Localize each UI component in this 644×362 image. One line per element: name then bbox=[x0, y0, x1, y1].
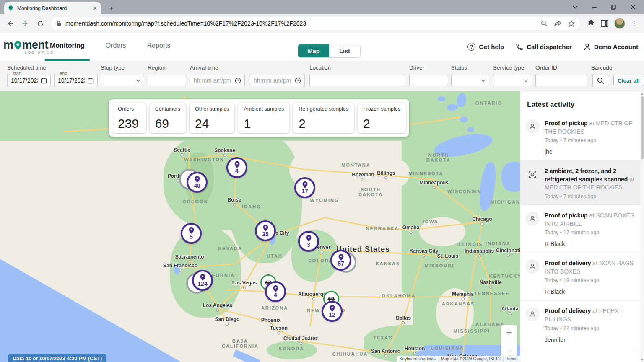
browser-tab[interactable]: Monitoring Dashboard ✕ bbox=[4, 2, 101, 14]
maximize-icon[interactable] bbox=[611, 5, 618, 10]
close-icon[interactable] bbox=[631, 5, 637, 10]
scrollbar-thumb[interactable] bbox=[641, 96, 644, 159]
location-input[interactable] bbox=[313, 77, 401, 84]
terms-link[interactable]: Terms bbox=[503, 356, 520, 362]
person-icon bbox=[529, 215, 536, 222]
arrival-start-field[interactable] bbox=[190, 74, 245, 87]
location-field[interactable] bbox=[309, 74, 405, 87]
cluster-marker[interactable]: 57 bbox=[330, 250, 351, 271]
zoom-out-button[interactable]: − bbox=[501, 341, 517, 357]
chevron-down-icon[interactable] bbox=[573, 5, 579, 9]
cluster-marker[interactable]: 4 bbox=[265, 281, 286, 302]
share-icon[interactable] bbox=[554, 21, 561, 27]
scheduled-start-field[interactable]: start bbox=[7, 74, 51, 87]
nav-item[interactable]: Monitoring bbox=[45, 38, 90, 61]
back-icon[interactable] bbox=[4, 18, 16, 29]
order-id-input[interactable] bbox=[539, 77, 584, 84]
logo-pin-icon bbox=[14, 41, 22, 50]
cluster-marker[interactable]: 5 bbox=[181, 223, 202, 244]
profile-avatar[interactable] bbox=[614, 18, 625, 29]
call-dispatcher-button[interactable]: Call dispatcher bbox=[516, 43, 572, 51]
stat-card[interactable]: Containers 69 bbox=[150, 103, 186, 133]
cluster-marker[interactable]: 4 bbox=[226, 157, 247, 178]
tab-close-icon[interactable]: ✕ bbox=[93, 5, 97, 11]
stat-card[interactable]: Other samples 24 bbox=[190, 103, 234, 133]
nav-item[interactable]: Reports bbox=[142, 38, 176, 61]
cluster-marker[interactable]: 124 bbox=[192, 270, 213, 291]
lock-icon bbox=[56, 21, 61, 26]
arrival-end-input[interactable] bbox=[254, 77, 292, 84]
activity-body: Proof of pickup at SCAN BOXES INTO AIRBI… bbox=[545, 212, 636, 247]
stop-type-select[interactable] bbox=[101, 74, 144, 87]
terrain-patch bbox=[229, 135, 302, 263]
arrival-end-field[interactable] bbox=[250, 74, 305, 87]
account-button[interactable]: Demo Account bbox=[584, 43, 638, 51]
region-input[interactable] bbox=[151, 77, 182, 84]
stat-card[interactable]: Ambient samples 1 bbox=[238, 103, 289, 133]
map-label: BAJA CALIFORNIA bbox=[222, 339, 259, 349]
cluster-disc: 4 bbox=[265, 281, 286, 302]
activity-text: Proof of pickup at MED CTR OF THE ROCKIE… bbox=[545, 119, 636, 136]
stat-card[interactable]: Orders 239 bbox=[112, 103, 146, 133]
activity-item[interactable]: Proof of delivery at FEDEX - BILLINGS To… bbox=[520, 301, 644, 349]
forward-icon[interactable] bbox=[19, 18, 31, 29]
cluster-marker[interactable]: 40 bbox=[187, 172, 208, 193]
clear-all-button[interactable]: Clear all bbox=[613, 75, 644, 86]
extensions-puzzle-icon[interactable] bbox=[587, 20, 595, 27]
activity-icon bbox=[525, 307, 540, 321]
driver-field[interactable] bbox=[409, 74, 447, 87]
activity-item[interactable]: Proof of pickup at SCAN BOXES INTO AIRBI… bbox=[520, 205, 644, 253]
stat-card[interactable]: Refrigerated samples 2 bbox=[293, 103, 354, 133]
pin-icon bbox=[273, 285, 278, 292]
scheduled-end-field[interactable]: end bbox=[54, 74, 98, 87]
region-field[interactable] bbox=[148, 74, 186, 87]
url-text[interactable]: momentdash.com/monitoring/map?f.schedule… bbox=[65, 20, 537, 27]
cluster-count: 35 bbox=[262, 231, 269, 237]
toggle-list-button[interactable]: List bbox=[329, 44, 360, 57]
arrival-start-input[interactable] bbox=[194, 77, 232, 84]
scheduled-end-input[interactable] bbox=[58, 77, 85, 84]
driver-input[interactable] bbox=[413, 77, 444, 84]
end-label: end bbox=[58, 71, 69, 76]
clock-icon[interactable] bbox=[235, 78, 241, 84]
bookmark-star-icon[interactable] bbox=[568, 20, 575, 27]
activity-item[interactable]: Proof of delivery at SCAN BAGS INTO BOXE… bbox=[520, 253, 644, 301]
data-freshness-badge: Data as of 10/17/2023 4:20 PM (CST) bbox=[8, 354, 106, 362]
new-tab-button[interactable]: + bbox=[106, 3, 117, 13]
stat-card[interactable]: Frozen samples 2 bbox=[358, 103, 406, 133]
scroll-up-icon[interactable]: ▲ bbox=[640, 92, 644, 95]
calendar-icon[interactable] bbox=[41, 78, 47, 84]
address-bar[interactable]: momentdash.com/monitoring/map?f.schedule… bbox=[51, 17, 580, 30]
toggle-map-button[interactable]: Map bbox=[298, 44, 329, 57]
minimize-icon[interactable] bbox=[592, 5, 599, 10]
clock-icon[interactable] bbox=[295, 78, 301, 84]
service-type-select[interactable] bbox=[493, 74, 532, 87]
reload-icon[interactable] bbox=[34, 18, 46, 29]
order-id-field[interactable] bbox=[535, 74, 587, 87]
scroll-down-icon[interactable]: ▼ bbox=[640, 358, 644, 361]
get-help-button[interactable]: ? Get help bbox=[467, 43, 504, 51]
activity-item[interactable]: 2 ambient, 2 frozen, and 2 refrigerated … bbox=[520, 161, 644, 205]
scheduled-start-input[interactable] bbox=[11, 77, 38, 84]
cluster-marker[interactable]: 35 bbox=[255, 220, 276, 241]
logo-text-2: ment bbox=[22, 39, 49, 52]
keyboard-shortcuts-link[interactable]: Keyboard shortcuts bbox=[397, 356, 438, 362]
stat-label: Orders bbox=[118, 106, 140, 112]
nav-item[interactable]: Orders bbox=[101, 38, 131, 61]
calendar-icon[interactable] bbox=[88, 78, 94, 84]
activity-item[interactable]: Proof of pickup at MED CTR OF THE ROCKIE… bbox=[520, 113, 644, 161]
map-canvas[interactable]: ONTARIOWASHINGTONMONTANANORTH DAKOTASOUT… bbox=[0, 91, 520, 362]
sidebar-scrollbar[interactable]: ▲ ▼ bbox=[640, 91, 644, 362]
zoom-icon[interactable] bbox=[541, 20, 548, 27]
cluster-marker[interactable]: 12 bbox=[322, 301, 343, 322]
zoom-in-button[interactable]: + bbox=[501, 325, 517, 341]
stat-value: 2 bbox=[363, 117, 400, 130]
browser-menu-icon[interactable]: ⋮ bbox=[631, 20, 637, 27]
side-panel-icon[interactable] bbox=[601, 20, 608, 27]
cluster-marker[interactable]: 17 bbox=[294, 177, 315, 198]
road-line bbox=[325, 217, 383, 230]
map-label: WYOMING bbox=[310, 198, 339, 203]
barcode-search-button[interactable] bbox=[592, 74, 608, 87]
cluster-marker[interactable]: 3 bbox=[298, 231, 319, 252]
status-select[interactable] bbox=[451, 74, 489, 87]
